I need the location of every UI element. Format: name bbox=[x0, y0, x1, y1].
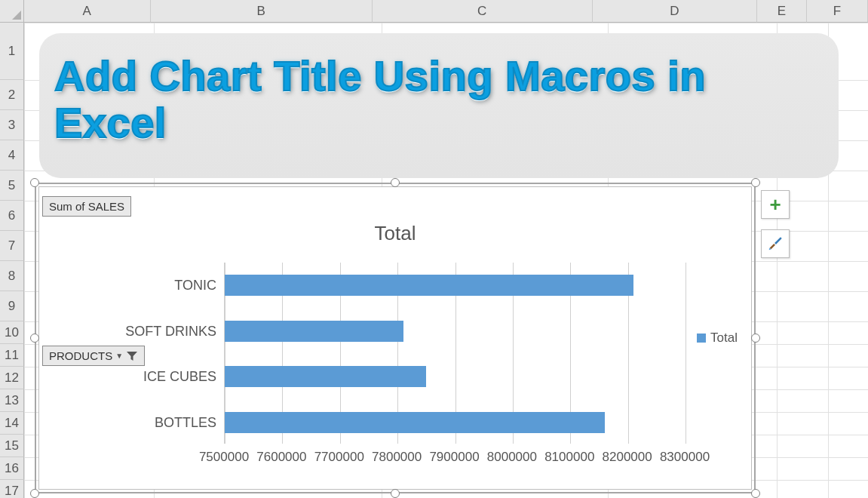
x-tick-label: 8100000 bbox=[544, 450, 594, 465]
row-header-6[interactable]: 6 bbox=[0, 201, 24, 231]
selection-handle[interactable] bbox=[391, 178, 400, 187]
y-category-label: ICE CUBES bbox=[143, 369, 216, 385]
y-category-label: SOFT DRINKS bbox=[125, 323, 216, 339]
plot-area[interactable]: TONICSOFT DRINKSICE CUBESBOTTLES 7500000… bbox=[126, 263, 683, 444]
row-header-11[interactable]: 11 bbox=[0, 344, 24, 367]
chart-object[interactable]: Sum of SALES PRODUCTS ▼ Total TONICSOFT … bbox=[38, 186, 752, 490]
title-banner: Add Chart Title Using Macros in Excel bbox=[39, 33, 839, 178]
row-header-2[interactable]: 2 bbox=[0, 80, 24, 110]
chart-legend[interactable]: Total bbox=[697, 330, 738, 346]
pivot-value-field-text: Sum of SALES bbox=[49, 200, 124, 213]
row-headers[interactable]: 1234567891011121314151617 bbox=[0, 23, 24, 498]
selection-handle[interactable] bbox=[391, 489, 400, 498]
paintbrush-icon bbox=[767, 235, 784, 252]
x-tick-label: 7900000 bbox=[429, 450, 479, 465]
row-header-12[interactable]: 12 bbox=[0, 367, 24, 389]
x-tick-label: 7500000 bbox=[199, 450, 249, 465]
x-tick-label: 7600000 bbox=[256, 450, 306, 465]
x-axis-labels: 7500000760000077000007800000790000080000… bbox=[224, 450, 683, 468]
x-tick-label: 8300000 bbox=[660, 450, 710, 465]
x-tick-label: 8200000 bbox=[603, 450, 652, 465]
row-header-10[interactable]: 10 bbox=[0, 321, 24, 344]
legend-label: Total bbox=[710, 330, 738, 346]
plus-icon: + bbox=[769, 195, 781, 214]
chart-grid bbox=[224, 263, 683, 444]
row-header-17[interactable]: 17 bbox=[0, 480, 24, 498]
selection-handle[interactable] bbox=[30, 178, 39, 187]
row-header-14[interactable]: 14 bbox=[0, 412, 24, 435]
bar-bottles[interactable] bbox=[225, 412, 605, 433]
select-all-corner[interactable] bbox=[0, 0, 24, 23]
caret-down-icon: ▼ bbox=[115, 352, 123, 360]
bar-ice-cubes[interactable] bbox=[225, 366, 426, 387]
row-header-13[interactable]: 13 bbox=[0, 389, 24, 412]
row-header-9[interactable]: 9 bbox=[0, 291, 24, 321]
row-header-7[interactable]: 7 bbox=[0, 231, 24, 261]
y-axis-labels: TONICSOFT DRINKSICE CUBESBOTTLES bbox=[126, 263, 216, 444]
row-header-1[interactable]: 1 bbox=[0, 23, 24, 80]
y-category-label: BOTTLES bbox=[155, 414, 216, 430]
column-header-D[interactable]: D bbox=[593, 0, 757, 23]
x-tick-label: 7700000 bbox=[314, 450, 364, 465]
banner-title: Add Chart Title Using Macros in Excel bbox=[54, 53, 824, 146]
column-header-C[interactable]: C bbox=[373, 0, 593, 23]
chart-elements-button[interactable]: + bbox=[761, 190, 790, 219]
column-header-B[interactable]: B bbox=[151, 0, 373, 23]
selection-handle[interactable] bbox=[751, 334, 760, 343]
selection-handle[interactable] bbox=[30, 489, 39, 498]
pivot-axis-field-text: PRODUCTS bbox=[49, 349, 112, 362]
worksheet: ABCDEF 1234567891011121314151617 Add Cha… bbox=[0, 0, 868, 498]
column-headers[interactable]: ABCDEF bbox=[24, 0, 868, 23]
x-tick-label: 7800000 bbox=[372, 450, 422, 465]
row-header-8[interactable]: 8 bbox=[0, 261, 24, 291]
bar-soft-drinks[interactable] bbox=[225, 321, 403, 342]
bar-tonic[interactable] bbox=[225, 275, 633, 296]
x-tick-label: 8000000 bbox=[487, 450, 537, 465]
column-header-F[interactable]: F bbox=[807, 0, 868, 23]
selection-handle[interactable] bbox=[30, 334, 39, 343]
chart-title[interactable]: Total bbox=[39, 222, 751, 245]
column-header-A[interactable]: A bbox=[24, 0, 151, 23]
row-header-16[interactable]: 16 bbox=[0, 457, 24, 480]
row-header-3[interactable]: 3 bbox=[0, 110, 24, 140]
chart-context-buttons: + bbox=[761, 190, 791, 258]
selection-handle[interactable] bbox=[751, 178, 760, 187]
column-header-E[interactable]: E bbox=[757, 0, 807, 23]
selection-handle[interactable] bbox=[751, 489, 760, 498]
row-header-15[interactable]: 15 bbox=[0, 435, 24, 457]
y-category-label: TONIC bbox=[174, 278, 216, 294]
chart-styles-button[interactable] bbox=[761, 229, 790, 258]
row-header-5[interactable]: 5 bbox=[0, 171, 24, 201]
pivot-value-field-label[interactable]: Sum of SALES bbox=[42, 196, 131, 217]
row-header-4[interactable]: 4 bbox=[0, 140, 24, 171]
legend-swatch bbox=[697, 334, 706, 343]
